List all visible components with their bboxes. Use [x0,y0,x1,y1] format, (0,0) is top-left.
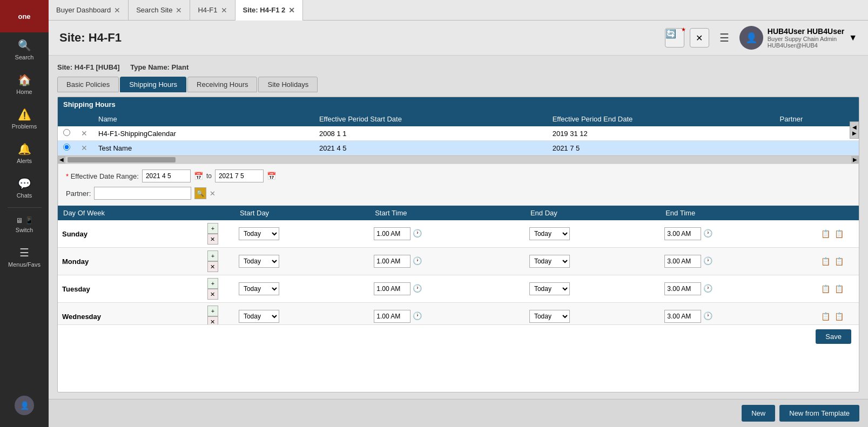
user-dropdown-arrow[interactable]: ▼ [849,33,857,43]
end-day-select-2[interactable]: TodayTomorrowMondayTuesdayWednesdayThurs… [529,282,570,295]
tab-close-h4-f1[interactable]: ✕ [221,6,227,14]
start-time-icon-2[interactable]: 🕐 [413,284,422,293]
row-end-1: 2019 31 12 [547,126,775,141]
tab-site-holidays[interactable]: Site Holidays [258,77,318,92]
tab-close-site-h4-f1-2[interactable]: ✕ [288,6,295,14]
del-row-btn-2[interactable]: ✕ [207,289,218,300]
del-row-btn-1[interactable]: ✕ [207,261,218,272]
copy-all-icon-2[interactable]: 📋 [835,284,844,293]
scroll-left-arrow[interactable]: ◀ [58,156,65,164]
tab-receiving-hours[interactable]: Receiving Hours [187,77,257,92]
end-day-select-3[interactable]: TodayTomorrowMondayTuesdayWednesdayThurs… [529,310,570,323]
end-time-input-1[interactable] [664,255,701,268]
col-name: Name [93,112,314,126]
start-day-select-0[interactable]: TodayTomorrowMondayTuesdayWednesdayThurs… [239,227,279,240]
start-time-input-0[interactable] [374,227,411,240]
end-day-select-0[interactable]: TodayTomorrowMondayTuesdayWednesdayThurs… [529,227,570,240]
new-button[interactable]: New [742,405,775,422]
date-range-row: Effective Date Range: 📅 to 📅 [66,170,851,182]
scroll-right-arrow[interactable]: ▶ [851,156,859,164]
start-day-select-1[interactable]: TodayTomorrowMondayTuesdayWednesdayThurs… [239,255,279,268]
tab-site-h4-f1-2[interactable]: Site: H4-F1 2 ✕ [235,0,304,21]
sidebar-item-chats[interactable]: 💬 Chats [0,171,49,205]
schedule-table: Day Of Week Start Day Start Time End Day… [58,206,859,324]
start-day-select-3[interactable]: TodayTomorrowMondayTuesdayWednesdayThurs… [239,310,279,323]
end-time-icon-3[interactable]: 🕐 [703,311,712,320]
delete-icon-2[interactable]: ✕ [81,144,88,152]
del-row-btn-3[interactable]: ✕ [207,316,218,324]
sidebar-item-switch[interactable]: 🖥 📱 Switch [0,210,49,240]
del-row-btn-0[interactable]: ✕ [207,234,218,245]
start-time-input-1[interactable] [374,255,411,268]
new-from-template-button[interactable]: New from Template [779,405,859,422]
date-range-label: Effective Date Range: [66,172,139,180]
site-info: Site: H4-F1 [HUB4] Type Name: Plant [57,62,859,72]
row-radio-2[interactable] [63,144,70,151]
date-from-input[interactable] [142,170,191,182]
row-radio-1[interactable] [63,129,70,136]
end-time-input-2[interactable] [664,282,701,295]
table-row[interactable]: ✕ Test Name 2021 4 5 2021 7 5 [58,141,859,155]
tab-buyer-dashboard[interactable]: Buyer Dashboard ✕ [49,0,129,21]
start-day-select-2[interactable]: TodayTomorrowMondayTuesdayWednesdayThurs… [239,282,279,295]
start-time-input-3[interactable] [374,310,411,323]
col-day-of-week: Day Of Week [58,206,202,220]
col-start-day: Start Day [234,206,369,220]
partner-input[interactable] [94,187,191,200]
add-row-btn-2[interactable]: + [207,278,218,289]
close-button[interactable]: ✕ [690,28,709,48]
sidebar-item-alerts[interactable]: 🔔 Alerts [0,136,49,171]
copy-all-icon-0[interactable]: 📋 [835,229,844,238]
partner-row: Partner: 🔍 ✕ [66,187,851,200]
tab-close-search-site[interactable]: ✕ [176,6,182,14]
copy-all-icon-3[interactable]: 📋 [835,312,844,321]
schedule-table-wrapper[interactable]: Day Of Week Start Day Start Time End Day… [58,206,859,324]
refresh-button[interactable]: 🔄 [665,28,684,48]
user-avatar: 👤 [739,26,763,50]
sidebar-item-user-avatar[interactable]: 👤 [0,389,49,422]
date-to-input[interactable] [215,170,264,182]
add-row-btn-1[interactable]: + [207,250,218,261]
add-row-btn-3[interactable]: + [207,306,218,316]
delete-icon-1[interactable]: ✕ [81,129,88,138]
horizontal-scrollbar[interactable]: ◀ ▶ [58,155,859,163]
copy-down-icon-3[interactable]: 📋 [821,312,830,321]
copy-down-icon-1[interactable]: 📋 [821,257,830,266]
sidebar-item-menus-favs[interactable]: ☰ Menus/Favs [0,240,49,274]
col-end: Effective Period End Date [547,112,775,126]
add-row-btn-0[interactable]: + [207,223,218,234]
calendar-from-icon[interactable]: 📅 [194,172,203,180]
start-time-icon-1[interactable]: 🕐 [413,256,422,265]
tab-search-site[interactable]: Search Site ✕ [129,0,190,21]
menu-button[interactable]: ☰ [715,28,734,48]
scroll-thumb[interactable] [68,157,176,162]
start-time-input-2[interactable] [374,282,411,295]
app-logo[interactable]: one [0,0,49,32]
sidebar-item-search[interactable]: 🔍 Search [0,32,49,67]
tab-close-buyer-dashboard[interactable]: ✕ [114,6,120,14]
sidebar-item-home[interactable]: 🏠 Home [0,67,49,101]
end-time-input-3[interactable] [664,310,701,323]
table-row[interactable]: ✕ H4-F1-ShippingCalendar 2008 1 1 2019 3… [58,126,859,141]
col-actions-header [202,206,234,220]
end-time-icon-1[interactable]: 🕐 [703,256,712,265]
copy-down-icon-0[interactable]: 📋 [821,229,830,238]
start-time-icon-0[interactable]: 🕐 [413,229,422,238]
save-button[interactable]: Save [816,329,851,344]
panel-collapse-toggle[interactable]: ◀▶ [850,121,859,139]
tab-basic-policies[interactable]: Basic Policies [57,77,119,92]
sidebar-item-problems[interactable]: ⚠️ Problems [0,101,49,136]
tab-h4-f1[interactable]: H4-F1 ✕ [190,0,235,21]
end-day-select-1[interactable]: TodayTomorrowMondayTuesdayWednesdayThurs… [529,255,570,268]
end-time-icon-0[interactable]: 🕐 [703,229,712,238]
tab-shipping-hours[interactable]: Shipping Hours [120,77,186,92]
partner-clear-icon[interactable]: ✕ [210,189,216,198]
partner-search-button[interactable]: 🔍 [194,187,206,199]
calendar-to-icon[interactable]: 📅 [267,172,276,180]
end-time-icon-2[interactable]: 🕐 [703,284,712,293]
copy-down-icon-2[interactable]: 📋 [821,284,830,293]
copy-all-icon-1[interactable]: 📋 [835,257,844,266]
shipping-hours-table-container[interactable]: Name Effective Period Start Date Effecti… [58,112,859,155]
start-time-icon-3[interactable]: 🕐 [413,311,422,320]
end-time-input-0[interactable] [664,227,701,240]
